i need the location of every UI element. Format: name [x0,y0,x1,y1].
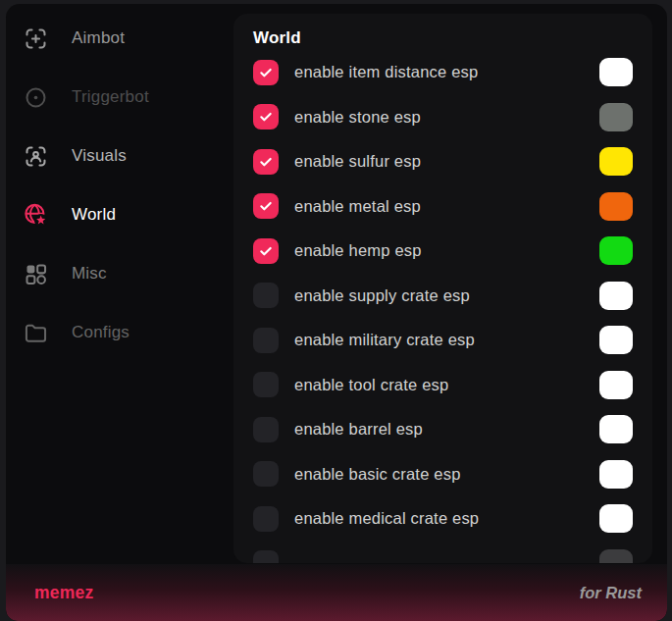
esp-checkbox[interactable] [253,461,279,487]
esp-checkbox[interactable] [253,149,279,175]
esp-row-label: enable hemp esp [294,241,422,260]
esp-checkbox[interactable] [253,238,279,264]
esp-row-metal: enable metal esp [253,184,633,230]
sidebar-item-visuals[interactable]: Visuals [6,127,228,185]
sidebar-item-world[interactable]: World [6,185,228,244]
color-swatch[interactable] [599,326,633,354]
person-scan-icon [23,143,49,170]
color-swatch[interactable] [599,192,633,221]
esp-checkbox[interactable] [253,193,279,219]
color-swatch[interactable] [599,236,633,265]
esp-checkbox[interactable] [253,328,279,353]
color-swatch[interactable] [599,549,633,563]
color-swatch[interactable] [599,415,633,443]
triggerbot-circle-dot-icon [23,84,49,111]
esp-row-military-crate: enable military crate esp [253,318,633,363]
esp-row-tool-crate: enable tool crate esp [253,363,633,408]
footer-bar: memez for Rust [6,564,667,621]
color-swatch[interactable] [599,103,633,131]
color-swatch[interactable] [599,504,633,533]
esp-checkbox[interactable] [253,372,279,397]
esp-row-medical-crate: enable medical crate esp [253,496,633,542]
esp-row-label: enable military crate esp [294,331,475,349]
esp-row-basic-crate: enable basic crate esp [253,452,633,497]
sidebar-item-aimbot[interactable]: Aimbot [6,9,228,68]
esp-row-label: enable medical crate esp [294,509,479,528]
color-swatch[interactable] [599,282,633,310]
sidebar-item-label: Misc [72,264,107,284]
esp-checkbox[interactable] [253,550,279,563]
world-settings-panel: World enable item distance esp enable st… [233,14,652,563]
sidebar-item-misc[interactable]: Misc [6,244,228,303]
brand-label: memez [34,583,93,603]
sidebar-item-label: Triggerbot [72,87,149,107]
esp-row-item-distance: enable item distance esp [253,50,633,95]
esp-row-label: enable tool crate esp [294,376,448,394]
esp-row-stone: enable stone esp [253,95,633,140]
esp-row-label: enable item distance esp [294,63,478,81]
sidebar-item-label: Aimbot [72,28,125,48]
esp-row-hemp: enable hemp esp [253,229,633,274]
esp-row-label: enable sulfur esp [294,152,421,171]
esp-checkbox[interactable] [253,60,279,85]
esp-checkbox[interactable] [253,417,279,442]
esp-row-partial [253,542,633,564]
esp-row-barrel: enable barrel esp [253,407,633,452]
tagline-label: for Rust [580,584,642,602]
category-grid-icon [23,261,49,287]
sidebar-item-label: Visuals [72,146,127,166]
panel-title: World [253,26,633,50]
esp-row-label: enable basic crate esp [294,465,461,484]
esp-row-label: enable stone esp [294,108,421,127]
sidebar: Aimbot Triggerbot Visuals [6,4,228,564]
esp-checkbox[interactable] [253,104,279,129]
cheat-menu-window: Aimbot Triggerbot Visuals [6,4,667,621]
folder-icon [23,320,49,346]
esp-checkbox[interactable] [253,506,279,532]
esp-checkbox[interactable] [253,283,279,308]
esp-row-sulfur: enable sulfur esp [253,139,633,184]
esp-row-label: enable barrel esp [294,420,423,439]
sidebar-item-label: Configs [72,323,129,342]
aimbot-scan-plus-icon [23,26,49,52]
esp-row-label: enable metal esp [294,197,421,216]
globe-star-icon [23,202,49,229]
sidebar-item-triggerbot[interactable]: Triggerbot [6,68,228,127]
sidebar-item-label: World [72,205,116,225]
esp-row-label: enable supply crate esp [294,286,470,305]
color-swatch[interactable] [599,460,633,489]
color-swatch[interactable] [599,147,633,176]
esp-row-supply-crate: enable supply crate esp [253,274,633,319]
sidebar-item-configs[interactable]: Configs [6,303,228,362]
color-swatch[interactable] [599,371,633,399]
color-swatch[interactable] [599,58,633,86]
